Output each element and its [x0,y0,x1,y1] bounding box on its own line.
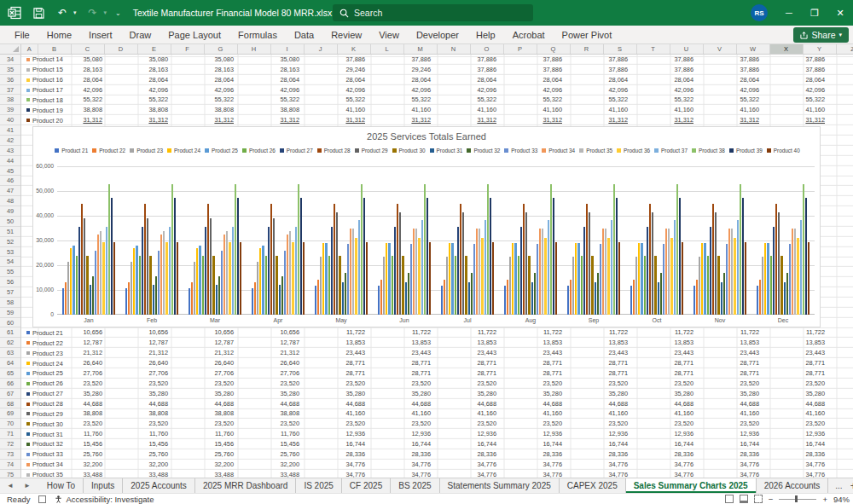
row-header-58[interactable]: 58 [0,298,20,308]
value-cell[interactable]: 16,744 [444,439,496,449]
value-cell[interactable]: 55,322 [641,95,693,105]
row-header-61[interactable]: 61 [0,327,20,338]
sheet-tab-capex-2025[interactable]: CAPEX 2025 [560,478,626,493]
row-header-62[interactable]: 62 [0,338,20,348]
value-cell[interactable]: 55,322 [247,95,299,105]
row-header-35[interactable]: 35 [0,65,20,75]
value-cell[interactable]: 35,280 [575,389,628,399]
value-cell[interactable]: 37,886 [312,55,365,65]
value-cell[interactable]: 27,706 [181,368,234,379]
value-cell[interactable]: 23,520 [115,419,168,429]
select-all-corner[interactable] [0,44,21,55]
value-cell[interactable]: 23,520 [509,419,562,429]
value-cell[interactable]: 23,520 [312,379,365,389]
column-header-C[interactable]: C [72,44,105,55]
value-cell[interactable]: 12,787 [181,338,234,348]
value-cell[interactable]: 33,488 [181,470,234,478]
close-icon[interactable]: ✕ [827,0,853,26]
value-cell[interactable]: 28,064 [444,75,496,85]
column-header-J[interactable]: J [305,44,338,55]
value-cell[interactable]: 31,312 [247,115,299,125]
value-cell[interactable]: 28,771 [378,358,431,368]
value-cell[interactable]: 11,722 [378,327,431,338]
row-header-41[interactable]: 41 [0,125,20,136]
value-cell[interactable]: 41,160 [772,105,825,115]
value-cell[interactable]: 11,722 [641,327,693,338]
view-normal-icon[interactable] [725,495,734,503]
value-cell[interactable]: 55,322 [772,95,825,105]
value-cell[interactable]: 34,776 [312,470,365,478]
share-button[interactable]: Share ▾ [793,27,849,43]
value-cell[interactable]: 35,080 [181,55,234,65]
ribbon-tab-help[interactable]: Help [468,27,503,43]
view-page-break-icon[interactable] [754,495,763,503]
value-cell[interactable]: 34,776 [575,470,628,478]
value-cell[interactable]: 31,312 [575,115,628,125]
column-header-M[interactable]: M [404,44,438,55]
value-cell[interactable]: 28,336 [706,449,759,460]
value-cell[interactable]: 13,853 [509,338,562,348]
value-cell[interactable]: 41,160 [772,408,825,419]
value-cell[interactable]: 41,160 [378,408,431,419]
column-header-V[interactable]: V [704,44,737,55]
value-cell[interactable]: 23,520 [115,379,168,389]
value-cell[interactable]: 28,771 [444,358,496,368]
value-cell[interactable]: 28,336 [312,449,365,460]
value-cell[interactable]: 34,776 [509,460,562,470]
value-cell[interactable]: 11,722 [312,327,365,338]
value-cell[interactable]: 55,322 [115,95,168,105]
value-cell[interactable]: 37,886 [444,55,496,65]
ribbon-tab-draw[interactable]: Draw [122,27,160,43]
sheet-tab-bs-2025[interactable]: BS 2025 [391,478,439,493]
value-cell[interactable]: 23,443 [509,348,562,358]
row-header-43[interactable]: 43 [0,146,20,156]
value-cell[interactable]: 37,886 [706,55,759,65]
ribbon-tab-data[interactable]: Data [287,27,322,43]
value-cell[interactable]: 37,886 [575,55,628,65]
value-cell[interactable]: 23,520 [181,379,234,389]
value-cell[interactable]: 23,520 [706,419,759,429]
value-cell[interactable]: 31,312 [444,115,496,125]
value-cell[interactable]: 28,771 [772,358,825,368]
value-cell[interactable]: 55,322 [181,95,234,105]
value-cell[interactable]: 55,322 [444,95,496,105]
value-cell[interactable]: 11,760 [115,429,168,439]
avatar[interactable]: RS [751,4,768,21]
sheet-tab-is-2025[interactable]: IS 2025 [296,478,341,493]
value-cell[interactable]: 35,280 [509,389,562,399]
value-cell[interactable]: 41,160 [641,105,693,115]
value-cell[interactable]: 55,322 [575,95,628,105]
value-cell[interactable]: 34,776 [378,470,431,478]
column-header-F[interactable]: F [171,44,205,55]
value-cell[interactable]: 10,656 [49,327,102,338]
value-cell[interactable]: 28,336 [772,449,825,460]
sheet-tab-cf-2025[interactable]: CF 2025 [342,478,391,493]
value-cell[interactable]: 13,853 [772,338,825,348]
value-cell[interactable]: 37,886 [509,55,562,65]
value-cell[interactable]: 32,200 [49,460,102,470]
value-cell[interactable]: 16,744 [641,439,693,449]
value-cell[interactable]: 23,520 [49,379,102,389]
value-cell[interactable]: 41,160 [575,105,628,115]
value-cell[interactable]: 11,760 [247,429,299,439]
value-cell[interactable]: 44,688 [115,399,168,409]
value-cell[interactable]: 25,760 [247,449,299,460]
ribbon-tab-page-layout[interactable]: Page Layout [160,27,229,43]
value-cell[interactable]: 41,160 [509,408,562,419]
row-header-74[interactable]: 74 [0,460,20,470]
value-cell[interactable]: 23,443 [444,348,496,358]
value-cell[interactable]: 23,520 [378,379,431,389]
row-header-66[interactable]: 66 [0,379,20,389]
ribbon-tab-acrobat[interactable]: Acrobat [505,27,553,43]
tab-nav-right-icon[interactable]: ► [24,482,31,490]
value-cell[interactable]: 23,443 [706,348,759,358]
row-header-70[interactable]: 70 [0,419,20,429]
value-cell[interactable]: 42,096 [115,85,168,96]
value-cell[interactable]: 32,200 [247,460,299,470]
undo-dropdown-icon[interactable]: ▾ [73,9,77,16]
tab-overflow-icon[interactable]: ... [835,481,842,490]
value-cell[interactable]: 21,312 [247,348,299,358]
value-cell[interactable]: 23,520 [509,379,562,389]
value-cell[interactable]: 35,280 [247,389,299,399]
column-header-R[interactable]: R [571,44,604,55]
